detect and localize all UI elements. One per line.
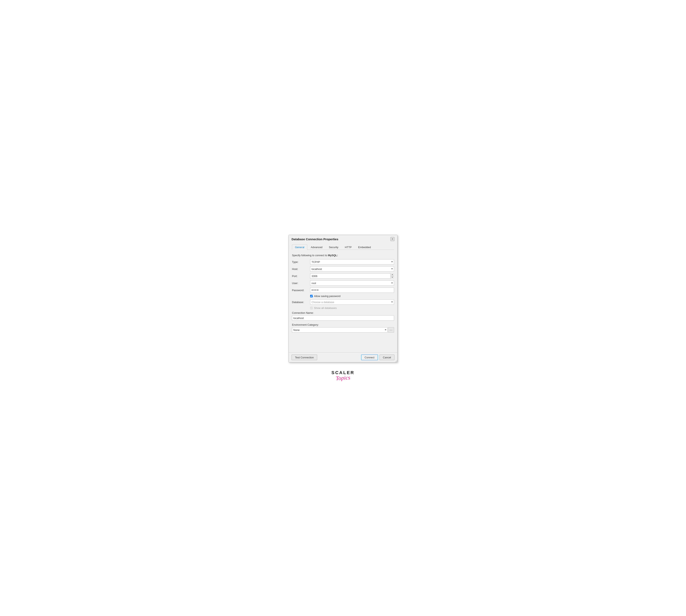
env-dots-button[interactable]: ··· (388, 327, 394, 332)
description-db: MySQL: (328, 254, 338, 257)
database-select[interactable]: Choose a database (310, 300, 394, 305)
form-area: Specify following to connect to MySQL: T… (292, 252, 394, 350)
cancel-button[interactable]: Cancel (380, 354, 394, 360)
dialog-footer: Test Connection Connect Cancel (289, 352, 397, 362)
port-input[interactable] (310, 273, 394, 279)
port-spinners: ▲ ▼ (390, 273, 394, 279)
show-all-databases-checkbox[interactable] (310, 307, 313, 309)
env-select[interactable]: None Development Production Test (292, 327, 388, 332)
port-label: Port: (292, 274, 310, 278)
tab-http[interactable]: HTTP (342, 244, 355, 250)
env-category-row: None Development Production Test ··· (292, 327, 394, 332)
connection-name-input[interactable] (292, 315, 394, 321)
user-label: User: (292, 282, 310, 285)
database-connection-dialog: Database Connection Properties × General… (289, 235, 397, 362)
dialog-content: General Advanced Security HTTP Embedded … (289, 242, 397, 352)
password-row: Password: (292, 287, 394, 293)
host-select[interactable]: localhost (310, 266, 394, 271)
logo-topics: Topics (336, 375, 350, 381)
database-row: Database: Choose a database (292, 300, 394, 305)
password-input[interactable] (310, 287, 394, 293)
tab-bar: General Advanced Security HTTP Embedded (292, 244, 394, 250)
port-spin-up[interactable]: ▲ (391, 273, 394, 276)
port-spin-down[interactable]: ▼ (391, 276, 394, 279)
footer-right: Connect Cancel (361, 354, 394, 360)
tab-general[interactable]: General (292, 244, 307, 250)
resize-handle[interactable] (395, 360, 397, 362)
type-label: Type: (292, 261, 310, 263)
host-row: Host: localhost (292, 266, 394, 271)
show-all-databases-label: Show all databases (314, 307, 337, 309)
env-category-section-label: Environment Category: (292, 323, 394, 326)
tab-embedded[interactable]: Embedded (355, 244, 374, 250)
dialog-titlebar: Database Connection Properties × (289, 235, 397, 242)
svg-line-2 (397, 362, 397, 362)
logo-area: SCALER Topics (331, 371, 355, 381)
database-select-wrapper: Choose a database (310, 300, 394, 305)
dialog-title: Database Connection Properties (292, 238, 338, 241)
connect-button[interactable]: Connect (361, 354, 378, 360)
show-all-databases-row: Show all databases (310, 307, 394, 309)
close-button[interactable]: × (390, 237, 394, 241)
host-select-wrapper: localhost (310, 266, 394, 271)
allow-saving-checkbox[interactable] (310, 295, 313, 298)
password-label: Password: (292, 289, 310, 292)
port-row: Port: ▲ ▼ (292, 273, 394, 279)
description-prefix: Specify following to connect to (292, 254, 328, 257)
port-wrapper: ▲ ▼ (310, 273, 394, 279)
host-label: Host: (292, 267, 310, 270)
type-row: Type: TCP/IP Socket/Pipe Memory (292, 259, 394, 264)
env-select-wrapper: None Development Production Test (292, 327, 388, 332)
user-select-wrapper: root (310, 281, 394, 286)
database-label: Database: (292, 301, 310, 304)
logo-scaler: SCALER (331, 371, 355, 375)
allow-saving-row: Allow saving password (310, 294, 394, 298)
type-select[interactable]: TCP/IP Socket/Pipe Memory (310, 259, 394, 264)
user-row: User: root (292, 281, 394, 286)
allow-saving-label[interactable]: Allow saving password (314, 294, 341, 298)
tab-advanced[interactable]: Advanced (308, 244, 325, 250)
form-description: Specify following to connect to MySQL: (292, 254, 394, 257)
spacer (292, 332, 394, 349)
type-select-wrapper: TCP/IP Socket/Pipe Memory (310, 259, 394, 264)
tab-security[interactable]: Security (326, 244, 341, 250)
test-connection-button[interactable]: Test Connection (292, 354, 317, 360)
connection-name-section-label: Connection Name: (292, 311, 394, 314)
user-select[interactable]: root (310, 281, 394, 286)
